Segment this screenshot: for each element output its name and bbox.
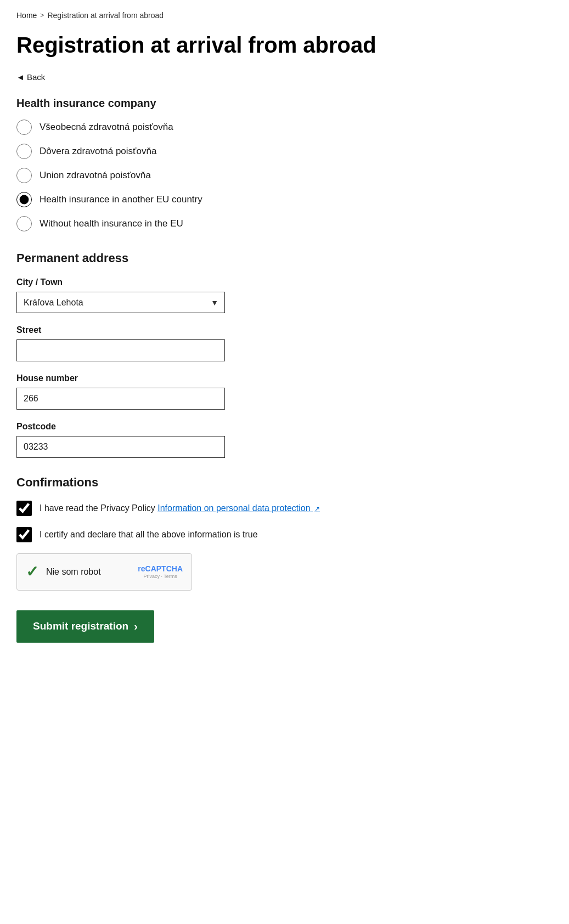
- breadcrumb-current: Registration at arrival from abroad: [47, 11, 164, 20]
- captcha-check-icon: ✓: [26, 564, 38, 580]
- certify-label: I certify and declare that all the above…: [40, 530, 258, 540]
- radio-item-2[interactable]: Dôvera zdravotná poisťovňa: [16, 144, 455, 159]
- postcode-input[interactable]: [16, 436, 225, 458]
- radio-label-4: Health insurance in another EU country: [40, 194, 202, 205]
- radio-input-4[interactable]: [16, 192, 32, 207]
- submit-button-label: Submit registration: [33, 620, 128, 632]
- page-container: Home > Registration at arrival from abro…: [0, 0, 472, 676]
- city-select-wrapper: Kráľova Lehota ▼: [16, 292, 225, 313]
- page-title: Registration at arrival from abroad: [16, 33, 455, 57]
- street-label: Street: [16, 325, 455, 335]
- postcode-label: Postcode: [16, 422, 455, 432]
- captcha-logo-text: reCAPTCHA: [138, 564, 183, 574]
- city-select[interactable]: Kráľova Lehota: [16, 292, 225, 313]
- captcha-box[interactable]: ✓ Nie som robot reCAPTCHA Privacy · Term…: [16, 553, 192, 591]
- radio-label-5: Without health insurance in the EU: [40, 218, 183, 229]
- submit-button[interactable]: Submit registration ›: [16, 610, 154, 643]
- privacy-link-text: Information on personal data protection: [157, 503, 310, 513]
- address-section-title: Permanent address: [16, 251, 455, 265]
- privacy-label-text: I have read the Privacy Policy: [40, 503, 157, 513]
- privacy-link[interactable]: Information on personal data protection …: [157, 503, 320, 513]
- city-field-group: City / Town Kráľova Lehota ▼: [16, 277, 455, 313]
- radio-item-1[interactable]: Všeobecná zdravotná poisťovňa: [16, 120, 455, 135]
- captcha-sub-text: Privacy · Terms: [138, 574, 183, 580]
- confirmations-section: Confirmations I have read the Privacy Po…: [16, 475, 455, 591]
- privacy-label: I have read the Privacy Policy Informati…: [40, 503, 320, 513]
- insurance-radio-group: Všeobecná zdravotná poisťovňa Dôvera zdr…: [16, 120, 455, 231]
- radio-item-5[interactable]: Without health insurance in the EU: [16, 216, 455, 231]
- radio-input-3[interactable]: [16, 168, 32, 183]
- insurance-section-title: Health insurance company: [16, 97, 455, 110]
- breadcrumb: Home > Registration at arrival from abro…: [16, 11, 455, 20]
- captcha-label: Nie som robot: [46, 567, 101, 577]
- confirmations-title: Confirmations: [16, 475, 455, 490]
- postcode-field-group: Postcode: [16, 422, 455, 458]
- address-section: Permanent address City / Town Kráľova Le…: [16, 251, 455, 458]
- radio-input-2[interactable]: [16, 144, 32, 159]
- back-link[interactable]: ◄ Back: [16, 72, 45, 82]
- external-link-icon: ↗: [314, 505, 320, 513]
- city-label: City / Town: [16, 277, 455, 287]
- breadcrumb-separator: >: [40, 12, 44, 19]
- street-input[interactable]: [16, 339, 225, 361]
- submit-arrow-icon: ›: [134, 620, 138, 633]
- house-number-field-group: House number: [16, 373, 455, 410]
- certify-checkbox[interactable]: [16, 527, 32, 542]
- privacy-checkbox-item: I have read the Privacy Policy Informati…: [16, 501, 455, 516]
- breadcrumb-home[interactable]: Home: [16, 11, 37, 20]
- house-number-input[interactable]: [16, 388, 225, 410]
- street-field-group: Street: [16, 325, 455, 361]
- captcha-logo: reCAPTCHA Privacy · Terms: [138, 564, 183, 580]
- radio-input-1[interactable]: [16, 120, 32, 135]
- certify-checkbox-item: I certify and declare that all the above…: [16, 527, 455, 542]
- privacy-checkbox[interactable]: [16, 501, 32, 516]
- radio-input-5[interactable]: [16, 216, 32, 231]
- radio-item-4[interactable]: Health insurance in another EU country: [16, 192, 455, 207]
- radio-item-3[interactable]: Union zdravotná poisťovňa: [16, 168, 455, 183]
- house-number-label: House number: [16, 373, 455, 383]
- radio-label-2: Dôvera zdravotná poisťovňa: [40, 146, 156, 157]
- radio-label-1: Všeobecná zdravotná poisťovňa: [40, 122, 173, 133]
- insurance-section: Health insurance company Všeobecná zdrav…: [16, 97, 455, 231]
- radio-label-3: Union zdravotná poisťovňa: [40, 170, 151, 181]
